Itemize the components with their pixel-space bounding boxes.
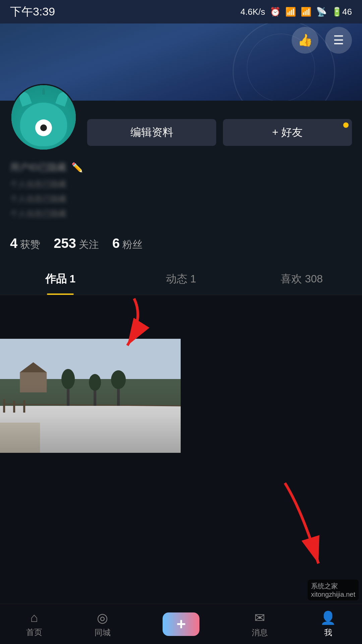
watermark-line1: 系统之家 <box>311 582 355 591</box>
fans-label: 粉丝 <box>122 238 142 252</box>
nav-home-label: 首页 <box>26 627 42 638</box>
signal-icon-2: 📶 <box>301 7 311 17</box>
tab-likes[interactable]: 喜欢 308 <box>241 262 362 295</box>
following-label: 关注 <box>79 238 99 252</box>
svg-rect-2 <box>0 406 181 453</box>
edit-pencil-icon[interactable]: ✏️ <box>71 162 83 173</box>
monster-eye <box>35 119 52 136</box>
notification-dot <box>343 122 349 128</box>
like-button[interactable]: 👍 <box>292 27 318 54</box>
profile-buttons: 编辑资料 + 好友 <box>87 116 352 146</box>
message-icon: ✉ <box>254 610 265 625</box>
edit-profile-button[interactable]: 编辑资料 <box>87 119 216 146</box>
nav-me[interactable]: 👤 我 <box>320 610 336 638</box>
snow-scene-svg <box>0 339 181 453</box>
nav-messages-label: 消息 <box>252 627 268 638</box>
svg-rect-3 <box>20 372 47 392</box>
nav-messages[interactable]: ✉ 消息 <box>252 610 268 638</box>
add-friend-button[interactable]: + 好友 <box>223 119 352 146</box>
tab-moments[interactable]: 动态 1 <box>121 262 241 295</box>
home-icon: ⌂ <box>30 610 38 625</box>
avatar-monster <box>11 85 76 150</box>
svg-rect-6 <box>13 401 15 413</box>
svg-point-14 <box>89 374 101 391</box>
content-grid <box>0 339 362 604</box>
svg-rect-9 <box>0 413 181 453</box>
profile-container: 编辑资料 + 好友 用户ID已隐藏 ✏️ 个人信息已隐藏 个人信息已隐藏 个人信… <box>0 101 362 295</box>
header-actions: 👍 ☰ <box>292 27 352 54</box>
alarm-icon: ⏰ <box>270 7 281 17</box>
monster-ear-left <box>18 91 32 107</box>
svg-rect-5 <box>3 399 5 413</box>
likes-count: 4 <box>10 236 17 251</box>
stats-row: 4 获赞 253 关注 6 粉丝 <box>10 226 352 262</box>
user-id-row: 用户ID已隐藏 ✏️ <box>10 161 352 174</box>
bottom-nav: ⌂ 首页 ◎ 同城 + ✉ 消息 👤 我 <box>0 604 362 644</box>
nav-me-label: 我 <box>324 627 332 638</box>
me-icon: 👤 <box>320 610 336 625</box>
following-count: 253 <box>54 236 76 251</box>
status-time: 下午3:39 <box>10 4 55 19</box>
avatar <box>10 84 77 151</box>
watermark-line2: xitongzhijia.net <box>311 591 355 598</box>
likes-label: 获赞 <box>20 238 40 252</box>
monster-ear-right <box>55 91 69 107</box>
user-detail-2: 个人信息已隐藏 <box>10 194 352 204</box>
watermark: 系统之家 xitongzhijia.net <box>308 580 359 600</box>
network-speed: 4.6K/s <box>240 7 265 17</box>
tabs-row: 作品 1 动态 1 喜欢 308 <box>0 262 362 295</box>
monster-hair <box>42 88 45 95</box>
video-thumbnail-2[interactable] <box>182 339 362 453</box>
monster-pupil <box>40 124 47 131</box>
fans-count: 6 <box>112 236 120 251</box>
nearby-icon: ◎ <box>97 610 108 625</box>
status-bar: 下午3:39 4.6K/s ⏰ 📶 📶 📡 🔋46 <box>0 0 362 23</box>
user-detail-1: 个人信息已隐藏 <box>10 179 352 190</box>
plus-icon: + <box>176 615 186 633</box>
svg-rect-15 <box>117 384 120 406</box>
user-id: 用户ID已隐藏 <box>10 161 66 174</box>
svg-rect-10 <box>0 423 40 453</box>
svg-rect-13 <box>94 386 96 406</box>
svg-point-12 <box>61 369 75 389</box>
profile-inner: 编辑资料 + 好友 用户ID已隐藏 ✏️ 个人信息已隐藏 个人信息已隐藏 个人信… <box>0 101 362 262</box>
nav-add[interactable]: + <box>163 612 199 636</box>
svg-rect-7 <box>23 400 25 413</box>
nav-home[interactable]: ⌂ 首页 <box>26 610 42 638</box>
nav-nearby[interactable]: ◎ 同城 <box>95 610 111 638</box>
stat-following[interactable]: 253 关注 <box>54 236 99 252</box>
stat-likes[interactable]: 4 获赞 <box>10 236 40 252</box>
svg-rect-1 <box>0 379 181 453</box>
profile-top: 编辑资料 + 好友 <box>10 101 352 151</box>
wifi-icon: 📡 <box>316 7 327 17</box>
nav-nearby-label: 同城 <box>95 627 111 638</box>
add-button[interactable]: + <box>163 612 199 636</box>
stat-fans[interactable]: 6 粉丝 <box>112 236 142 252</box>
video-thumbnail-1[interactable] <box>0 339 181 453</box>
tab-works[interactable]: 作品 1 <box>0 262 121 295</box>
monster-body <box>20 103 67 146</box>
menu-button[interactable]: ☰ <box>325 27 352 54</box>
user-info: 用户ID已隐藏 ✏️ 个人信息已隐藏 个人信息已隐藏 个人信息已隐藏 <box>10 151 352 226</box>
battery-icon: 🔋46 <box>331 7 352 17</box>
svg-point-16 <box>111 370 126 389</box>
signal-icon-1: 📶 <box>285 7 296 17</box>
status-right: 4.6K/s ⏰ 📶 📶 📡 🔋46 <box>240 7 352 17</box>
user-detail-3: 个人信息已隐藏 <box>10 208 352 219</box>
svg-line-8 <box>3 404 180 406</box>
svg-rect-11 <box>67 382 69 406</box>
